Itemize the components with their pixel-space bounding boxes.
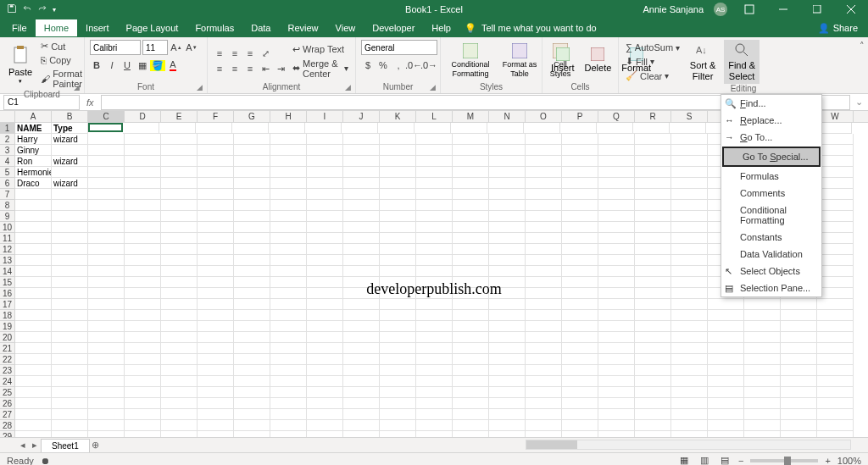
cell[interactable] — [562, 343, 598, 354]
review-tab[interactable]: Review — [279, 19, 326, 36]
cell[interactable] — [270, 365, 307, 376]
cell[interactable] — [781, 354, 817, 365]
insert-cells-button[interactable]: Insert — [548, 46, 578, 75]
cell[interactable] — [416, 222, 453, 233]
cell[interactable] — [380, 376, 416, 387]
cell[interactable] — [489, 266, 526, 277]
cell[interactable] — [234, 233, 270, 244]
cell[interactable] — [198, 244, 234, 255]
cell[interactable] — [526, 167, 562, 178]
cell[interactable] — [269, 123, 305, 134]
cell[interactable] — [125, 167, 161, 178]
row-header[interactable]: 4 — [0, 156, 15, 167]
cell[interactable] — [198, 409, 234, 420]
cell[interactable] — [598, 211, 635, 222]
cell[interactable] — [307, 211, 343, 222]
cell[interactable] — [307, 321, 343, 332]
cell[interactable] — [562, 321, 598, 332]
cell[interactable] — [562, 332, 598, 343]
cell[interactable] — [671, 156, 708, 167]
menu-select-objects[interactable]: ↖Select Objects — [721, 263, 821, 280]
pagelayout-tab[interactable]: Page Layout — [118, 19, 187, 36]
cell[interactable] — [671, 299, 708, 310]
cell[interactable] — [88, 156, 125, 167]
menu-formulas[interactable]: Formulas — [721, 168, 821, 185]
sheet-next-icon[interactable]: ▸ — [29, 440, 41, 451]
cell[interactable] — [526, 145, 562, 156]
cell[interactable] — [671, 134, 708, 145]
cell[interactable] — [598, 365, 635, 376]
cell[interactable] — [416, 409, 453, 420]
menu-find[interactable]: 🔍Find... — [721, 95, 821, 112]
cell[interactable] — [635, 145, 671, 156]
cell[interactable] — [489, 145, 526, 156]
cell[interactable] — [817, 431, 854, 437]
cell[interactable] — [671, 255, 708, 266]
cell[interactable] — [161, 255, 198, 266]
macro-record-icon[interactable]: ⏺ — [41, 456, 50, 466]
cell[interactable] — [125, 376, 161, 387]
decrease-decimal-icon[interactable]: .0→ — [422, 58, 436, 72]
view-tab[interactable]: View — [327, 19, 364, 36]
cell[interactable] — [161, 420, 198, 431]
cell[interactable] — [635, 189, 671, 200]
cell[interactable] — [196, 123, 232, 134]
font-color-button[interactable]: A — [166, 58, 180, 72]
cell[interactable] — [380, 233, 416, 244]
cell[interactable] — [526, 354, 562, 365]
cell[interactable] — [52, 365, 88, 376]
italic-button[interactable]: I — [105, 58, 119, 72]
cell[interactable] — [744, 365, 781, 376]
cell[interactable] — [635, 409, 671, 420]
cell[interactable] — [52, 332, 88, 343]
cell[interactable] — [88, 211, 125, 222]
cell[interactable] — [562, 156, 598, 167]
cell[interactable] — [88, 266, 125, 277]
cell[interactable] — [416, 233, 453, 244]
cell[interactable] — [198, 145, 234, 156]
cell[interactable] — [781, 376, 817, 387]
cell[interactable] — [562, 310, 598, 321]
cell[interactable] — [635, 211, 671, 222]
cell[interactable] — [671, 200, 708, 211]
decrease-indent-icon[interactable]: ⇤ — [259, 62, 272, 75]
cell[interactable] — [125, 409, 161, 420]
cell[interactable] — [526, 365, 562, 376]
cell[interactable] — [159, 123, 196, 134]
column-header[interactable]: P — [562, 111, 598, 122]
cell[interactable] — [526, 222, 562, 233]
cell[interactable] — [415, 123, 451, 134]
cell[interactable] — [526, 299, 562, 310]
cell[interactable] — [453, 178, 489, 189]
cell[interactable] — [305, 123, 342, 134]
minimize-icon[interactable] — [771, 0, 795, 19]
cell[interactable] — [562, 134, 598, 145]
cell[interactable] — [343, 244, 380, 255]
cell[interactable] — [562, 387, 598, 398]
cell[interactable] — [598, 244, 635, 255]
cell[interactable] — [343, 167, 380, 178]
cell[interactable] — [598, 200, 635, 211]
cell[interactable]: Ron — [15, 156, 52, 167]
copy-button[interactable]: ⎘Copy — [39, 54, 84, 66]
cell[interactable] — [270, 343, 307, 354]
cell[interactable] — [526, 376, 562, 387]
cell[interactable] — [598, 354, 635, 365]
cell[interactable] — [489, 244, 526, 255]
select-all-corner[interactable] — [0, 111, 15, 122]
cell[interactable] — [307, 178, 343, 189]
cell[interactable] — [817, 299, 854, 310]
cell[interactable] — [343, 299, 380, 310]
row-header[interactable]: 23 — [0, 365, 15, 376]
paste-button[interactable]: Paste▾ — [5, 43, 36, 87]
cell[interactable] — [15, 233, 52, 244]
cell[interactable] — [52, 266, 88, 277]
tellme[interactable]: Tell me what you want to do — [481, 19, 605, 36]
column-header[interactable]: Q — [598, 111, 635, 122]
cell[interactable] — [234, 332, 270, 343]
cell[interactable] — [198, 365, 234, 376]
cell[interactable] — [817, 266, 854, 277]
close-icon[interactable] — [839, 0, 863, 19]
menu-replace[interactable]: ↔Replace... — [721, 112, 821, 129]
cell[interactable] — [380, 387, 416, 398]
